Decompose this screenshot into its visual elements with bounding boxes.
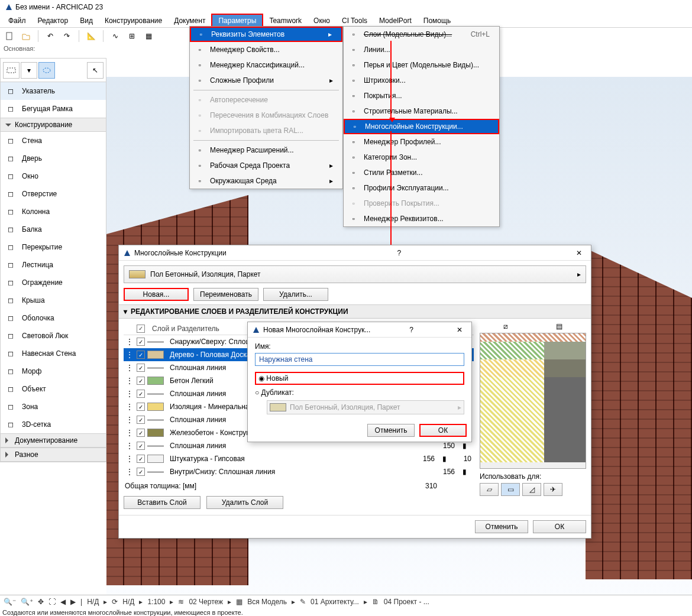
new-ok-button[interactable]: ОК: [419, 424, 467, 437]
checkbox-icon[interactable]: ✓: [137, 351, 145, 359]
status-proj[interactable]: 04 Проект - ...: [384, 598, 429, 606]
menu-item[interactable]: ▫Менеджер Свойств...: [190, 42, 342, 57]
close-icon[interactable]: ✕: [452, 326, 467, 334]
skin-row[interactable]: ⋮✓Штукатурка - Гипсовая156▮10: [124, 452, 474, 465]
checkbox-icon[interactable]: ✓: [137, 403, 145, 411]
menu-документ[interactable]: Документ: [168, 15, 211, 27]
checkbox-icon[interactable]: ✓: [137, 325, 145, 333]
section-Разное[interactable]: Разное: [1, 448, 106, 462]
use-shell-icon[interactable]: ✈: [544, 483, 562, 496]
chevron-right-icon[interactable]: ▸: [292, 598, 295, 606]
tool-Крыша[interactable]: ◻Крыша: [1, 291, 106, 309]
help-icon[interactable]: ?: [409, 326, 413, 334]
menu-item[interactable]: ▫Строительные Материалы...: [344, 103, 499, 119]
menu-item[interactable]: ▫Профили Эксплуатации...: [344, 180, 499, 196]
next-icon[interactable]: ▶: [70, 598, 76, 606]
menu-item[interactable]: ▫Рабочая Среда Проекта: [190, 158, 342, 173]
new-button[interactable]: Новая...: [124, 288, 189, 301]
section-header[interactable]: ▾РЕДАКТИРОВАНИЕ СЛОЕВ И РАЗДЕЛИТЕЛЕЙ КОН…: [119, 304, 591, 319]
checkbox-icon[interactable]: ✓: [137, 338, 145, 346]
menu-item[interactable]: ▫Многослойные Конструкции...: [344, 119, 499, 134]
tool-Навесная Стена[interactable]: ◻Навесная Стена: [1, 345, 106, 362]
menu-item[interactable]: ▫Штриховки...: [344, 73, 499, 88]
tool-Зона[interactable]: ◻Зона: [1, 398, 106, 416]
use-roof-icon[interactable]: ◿: [522, 483, 541, 496]
section-Документирование[interactable]: Документирование: [1, 433, 106, 448]
checkbox-icon[interactable]: ✓: [137, 442, 145, 450]
status-scale[interactable]: 1:100: [147, 598, 165, 606]
marquee-single-more-icon[interactable]: ▾: [21, 62, 37, 79]
pan-icon[interactable]: ✥: [38, 598, 44, 606]
menu-item[interactable]: ▫Линии...: [344, 42, 499, 57]
tool-Стена[interactable]: ◻Стена: [1, 132, 106, 150]
new-cancel-button[interactable]: Отменить: [367, 424, 415, 437]
tool-Ограждение[interactable]: ◻Ограждение: [1, 274, 106, 291]
menu-редактор[interactable]: Редактор: [32, 15, 75, 27]
arrow-select-icon[interactable]: ↖: [87, 62, 104, 79]
menu-вид[interactable]: Вид: [74, 15, 99, 27]
menu-item[interactable]: ▫Реквизиты Элементов: [190, 27, 342, 42]
redo-icon[interactable]: ↷: [60, 29, 74, 43]
tool-Оболочка[interactable]: ◻Оболочка: [1, 309, 106, 327]
line-row[interactable]: ⋮✓Внутри/Снизу: Сплошная линия156▮: [124, 465, 474, 478]
chevron-right-icon[interactable]: ▸: [364, 598, 367, 606]
tool-Отверстие[interactable]: ◻Отверстие: [1, 185, 106, 203]
fit-icon[interactable]: ⛶: [48, 598, 56, 606]
menu-item[interactable]: ▫Слои (Модельные Виды)...Ctrl+L: [344, 27, 499, 42]
tool-Морф[interactable]: ◻Морф: [1, 362, 106, 380]
menu-файл[interactable]: Файл: [2, 15, 32, 27]
checkbox-icon[interactable]: ✓: [137, 416, 145, 424]
menu-окно[interactable]: Окно: [308, 15, 336, 27]
menu-item[interactable]: ▫Категории Зон...: [344, 150, 499, 165]
marquee-single-icon[interactable]: [3, 62, 20, 79]
radio-new[interactable]: ◉ Новый: [256, 373, 290, 384]
tool-Световой Люк[interactable]: ◻Световой Люк: [1, 327, 106, 345]
checkbox-icon[interactable]: ✓: [137, 364, 145, 372]
open-icon[interactable]: [19, 29, 33, 43]
menu-modelport[interactable]: ModelPort: [373, 15, 418, 27]
close-icon[interactable]: ✕: [572, 249, 586, 257]
checkbox-icon[interactable]: ✓: [137, 377, 145, 385]
menu-ci tools[interactable]: CI Tools: [336, 15, 373, 27]
status-model[interactable]: Вся Модель: [247, 598, 287, 606]
delete-button[interactable]: Удалить...: [263, 288, 328, 301]
menu-item[interactable]: ▫Сложные Профили: [190, 73, 342, 88]
status-drawing[interactable]: 02 Чертеж: [189, 598, 223, 606]
menu-item[interactable]: ▫Менеджер Реквизитов...: [344, 211, 499, 226]
remove-skin-button[interactable]: Удалить Слой: [206, 496, 283, 509]
tool-Объект[interactable]: ◻Объект: [1, 380, 106, 398]
tool-Дверь[interactable]: ◻Дверь: [1, 150, 106, 167]
checkbox-icon[interactable]: ✓: [137, 390, 145, 398]
menu-item[interactable]: ▫Стили Разметки...: [344, 165, 499, 180]
new-icon[interactable]: [2, 29, 17, 43]
tool-Лестница[interactable]: ◻Лестница: [1, 256, 106, 274]
menu-item[interactable]: ▫Перья и Цвет (Модельные Виды)...: [344, 57, 499, 73]
snap-icon[interactable]: ⊞: [125, 29, 139, 43]
menu-item[interactable]: ▫Менеджер Классификаций...: [190, 57, 342, 73]
checkbox-icon[interactable]: ✓: [137, 429, 145, 437]
tool-Бегущая Рамка[interactable]: ◻Бегущая Рамка: [1, 100, 106, 118]
cancel-button[interactable]: Отменить: [475, 520, 528, 533]
zoom-out-icon[interactable]: 🔍⁻: [4, 598, 16, 606]
menu-item[interactable]: ▫Менеджер Профилей...: [344, 134, 499, 150]
menu-teamwork[interactable]: Teamwork: [263, 15, 308, 27]
section-Конструирование[interactable]: Конструирование: [1, 118, 106, 132]
grid-icon[interactable]: ▦: [141, 29, 156, 43]
menu-конструирование[interactable]: Конструирование: [99, 15, 168, 27]
zoom-in-icon[interactable]: 🔍⁺: [21, 598, 33, 606]
help-icon[interactable]: ?: [397, 249, 402, 257]
orient-icon[interactable]: ⟳: [112, 598, 118, 606]
tool-Перекрытие[interactable]: ◻Перекрытие: [1, 238, 106, 256]
prev-icon[interactable]: ◀: [60, 598, 66, 606]
checkbox-icon[interactable]: ✓: [137, 455, 145, 463]
radio-dup[interactable]: ○ Дубликат:: [255, 388, 294, 397]
menu-item[interactable]: ▫Окружающая Среда: [190, 173, 342, 189]
insert-skin-button[interactable]: Вставить Слой: [124, 496, 201, 509]
tool-3D-сетка[interactable]: ◻3D-сетка: [1, 416, 106, 433]
marquee-lasso-icon[interactable]: [38, 62, 55, 79]
tool-Балка[interactable]: ◻Балка: [1, 221, 106, 238]
chevron-right-icon[interactable]: ▸: [139, 598, 143, 606]
menu-item[interactable]: ▫Покрытия...: [344, 88, 499, 103]
tool-Указатель[interactable]: ◻Указатель: [1, 82, 106, 100]
tool-Колонна[interactable]: ◻Колонна: [1, 203, 106, 221]
